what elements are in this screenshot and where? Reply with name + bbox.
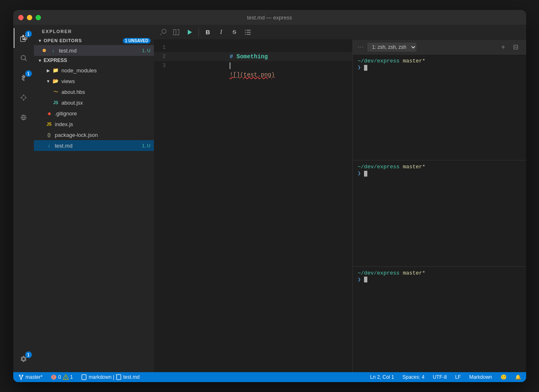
- branch-name: master*: [26, 374, 43, 380]
- line-content-3: ![](test.png): [172, 61, 352, 88]
- terminal-prompt-2: ❯: [358, 170, 521, 177]
- list-btn[interactable]: [242, 26, 254, 38]
- testmd-icon: ↓: [50, 47, 57, 54]
- activity-item-scm[interactable]: 1: [14, 68, 34, 88]
- code-editor[interactable]: 1 # Something 2 3: [154, 40, 352, 372]
- editor-area: B I S 1 # Something: [154, 25, 526, 372]
- term-prompt-char-2: ❯: [358, 170, 361, 177]
- file-package-lock[interactable]: {} package-lock.json: [34, 129, 154, 140]
- status-spaces[interactable]: Spaces: 4: [401, 372, 426, 382]
- index-js-name: index.js: [55, 121, 151, 127]
- status-filename: test.md: [123, 374, 139, 380]
- open-editors-section[interactable]: ▼ OPEN EDITORS 1 UNSAVED: [34, 36, 154, 45]
- file-test-md[interactable]: ↓ test.md 1, U: [34, 140, 154, 151]
- main-content: 1 1: [13, 25, 526, 372]
- activity-item-search[interactable]: [14, 48, 34, 68]
- status-bell[interactable]: 🔔: [513, 372, 523, 382]
- file-about-hbs[interactable]: 〜 about.hbs: [34, 86, 154, 97]
- run-icon-btn[interactable]: [184, 26, 195, 38]
- code-line-3: 3 ![](test.png): [154, 61, 352, 70]
- folder-icon: 📁: [52, 67, 60, 74]
- terminal-header: ··· 1: zsh, zsh, zsh + ⊟: [353, 40, 526, 55]
- open-editor-dot: [42, 49, 48, 52]
- activity-item-explorer[interactable]: 1: [14, 28, 34, 48]
- term-prompt-char-1: ❯: [358, 65, 361, 71]
- activity-item-remote[interactable]: [14, 108, 34, 127]
- status-branch[interactable]: master*: [17, 372, 44, 382]
- terminal-prompt-3: ❯: [358, 276, 521, 283]
- error-icon: [51, 374, 57, 380]
- term-branch-1: master*: [403, 58, 426, 64]
- file-gitignore[interactable]: ◆ .gitignore: [34, 108, 154, 119]
- close-button[interactable]: [18, 15, 24, 20]
- status-errors[interactable]: 0 1: [49, 372, 74, 382]
- term-branch-2: master*: [403, 164, 426, 170]
- terminal-pane-3[interactable]: ~/dev/express master* ❯: [353, 267, 526, 372]
- open-editors-label: OPEN EDITORS: [44, 38, 82, 43]
- bell-icon: 🔔: [515, 374, 521, 380]
- search-icon: [20, 54, 27, 62]
- branch-icon: [18, 374, 24, 380]
- open-editors-badge: 1 UNSAVED: [123, 38, 151, 43]
- vscode-window: test.md — express 1 1: [13, 10, 526, 382]
- terminal-more-btn[interactable]: ···: [358, 43, 364, 51]
- status-language[interactable]: Markdown: [467, 372, 493, 382]
- test-md-name: test.md: [55, 143, 142, 149]
- activity-bar: 1 1: [13, 25, 34, 372]
- lang-mode-label: markdown |: [89, 374, 114, 380]
- terminal-panels: ··· 1: zsh, zsh, zsh + ⊟ ~: [352, 40, 526, 372]
- terminal-pane-1[interactable]: ~/dev/express master* ❯: [353, 55, 526, 160]
- terminal-add-btn[interactable]: +: [498, 42, 509, 53]
- open-editor-testmd[interactable]: ↓ test.md 1, U: [34, 45, 154, 56]
- svg-point-0: [21, 55, 26, 60]
- svg-point-2: [22, 96, 25, 100]
- find-icon-btn[interactable]: [157, 26, 169, 38]
- svg-line-1: [25, 59, 26, 61]
- status-emoji[interactable]: 🙂: [499, 372, 508, 382]
- term-prompt-char-3: ❯: [358, 277, 361, 283]
- maximize-button[interactable]: [36, 15, 41, 20]
- express-section[interactable]: ▼ EXPRESS: [34, 56, 154, 65]
- term-cursor-1: [364, 65, 367, 71]
- terminal-title-area: ··· 1: zsh, zsh, zsh: [358, 43, 417, 52]
- terminal-layout-btn[interactable]: ⊟: [510, 42, 521, 53]
- sidebar-title: EXPLORER: [34, 25, 154, 36]
- node-modules-name: node_modules: [62, 67, 151, 74]
- file-node-modules[interactable]: ▶ 📁 node_modules: [34, 65, 154, 76]
- views-name: views: [62, 78, 151, 84]
- status-line-ending[interactable]: LF: [453, 372, 462, 382]
- hbs-icon: 〜: [52, 88, 60, 96]
- settings-badge: 1: [25, 351, 32, 358]
- file-index-js[interactable]: JS index.js: [34, 119, 154, 129]
- activity-item-extensions[interactable]: [14, 88, 34, 108]
- file-views[interactable]: ▼ 📂 views: [34, 76, 154, 86]
- bold-btn[interactable]: B: [202, 26, 214, 38]
- term-path-3: ~/dev/express: [358, 270, 400, 276]
- views-chevron: ▼: [46, 78, 51, 84]
- split-icon-btn[interactable]: [170, 26, 182, 38]
- split-icon: [173, 29, 180, 36]
- sidebar: EXPLORER ▼ OPEN EDITORS 1 UNSAVED ↓ test…: [34, 25, 154, 372]
- warning-count: 1: [70, 374, 73, 380]
- terminal-selector[interactable]: 1: zsh, zsh, zsh: [367, 43, 417, 52]
- status-lang-mode[interactable]: markdown | test.md: [79, 372, 141, 382]
- terminal-line-path-2: ~/dev/express master*: [358, 164, 521, 170]
- terminal-line-path-3: ~/dev/express master*: [358, 270, 521, 276]
- node-modules-chevron: ▶: [46, 67, 51, 73]
- activity-item-settings[interactable]: 1: [14, 349, 34, 369]
- term-cursor-3: [364, 277, 367, 282]
- about-jsx-name: about.jsx: [62, 100, 151, 106]
- terminal-pane-2[interactable]: ~/dev/express master* ❯: [353, 160, 526, 266]
- status-position[interactable]: Ln 2, Col 1: [369, 372, 396, 382]
- italic-btn[interactable]: I: [216, 26, 227, 38]
- remote-icon: [20, 114, 27, 121]
- testmd-tree-icon: ↓: [46, 142, 53, 149]
- status-encoding[interactable]: UTF-8: [431, 372, 448, 382]
- about-hbs-name: about.hbs: [62, 89, 151, 95]
- file-about-jsx[interactable]: JS about.jsx: [34, 97, 154, 108]
- warning-icon: [63, 374, 69, 380]
- strikethrough-btn[interactable]: S: [229, 26, 240, 38]
- error-count: 0: [58, 374, 61, 380]
- minimize-button[interactable]: [27, 15, 32, 20]
- json-icon: {}: [46, 131, 53, 139]
